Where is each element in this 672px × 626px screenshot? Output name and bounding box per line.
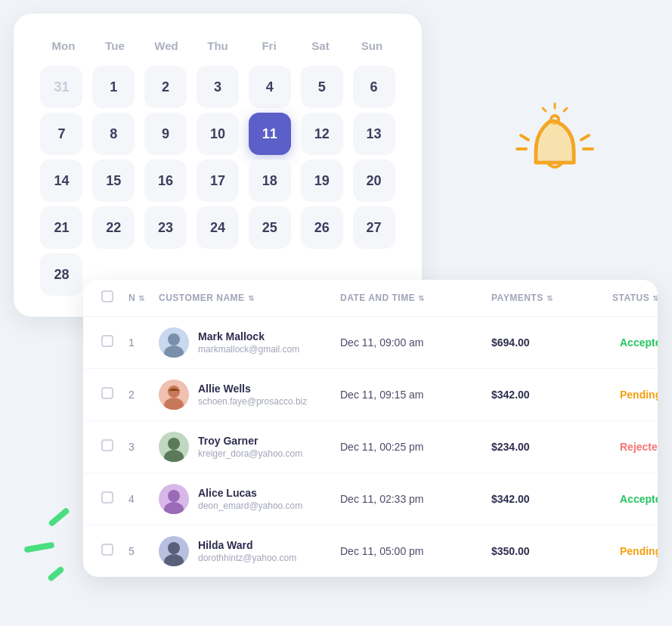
status-badge: Rejected xyxy=(612,438,658,456)
avatar xyxy=(159,327,189,358)
cal-day[interactable]: 15 xyxy=(92,160,135,202)
cal-day[interactable]: 13 xyxy=(353,113,395,155)
cal-day[interactable]: 26 xyxy=(301,206,343,249)
th-customer-name: CUSTOMER NAME ⇅ xyxy=(159,293,340,303)
datetime-cell: Dec 11, 00:25 pm xyxy=(340,441,491,453)
table-row: 5 Hilda Ward dorothhintz@yahoo.com Dec 1… xyxy=(83,525,658,577)
cal-day[interactable]: 19 xyxy=(301,160,343,202)
bell-icon xyxy=(509,102,600,193)
row-num: 2 xyxy=(129,389,159,401)
cal-day[interactable]: 21 xyxy=(40,206,82,249)
table-row: 4 Alice Lucas deon_emard@yahoo.com Dec 1… xyxy=(83,473,658,525)
customer-email: kreiger_dora@yahoo.com xyxy=(198,448,302,459)
customer-name: Allie Wells xyxy=(198,383,307,395)
customer-info: Allie Wells schoen.faye@prosacco.biz xyxy=(198,383,307,407)
cal-day[interactable]: 16 xyxy=(144,160,187,202)
cal-day[interactable]: 9 xyxy=(144,113,187,155)
customer-email: deon_emard@yahoo.com xyxy=(198,500,302,511)
th-num-label: N xyxy=(129,293,135,303)
customer-name: Alice Lucas xyxy=(198,487,302,499)
cal-day[interactable]: 20 xyxy=(353,160,395,202)
sort-icon-payments[interactable]: ⇅ xyxy=(547,294,553,302)
row-checkbox-5[interactable] xyxy=(101,544,113,556)
avatar xyxy=(159,380,189,410)
payment-cell: $342.00 xyxy=(491,389,612,401)
cal-day[interactable]: 25 xyxy=(249,206,291,249)
cal-day[interactable]: 2 xyxy=(144,66,187,108)
cal-day[interactable]: 5 xyxy=(301,66,343,108)
sort-icon-status[interactable]: ⇅ xyxy=(652,294,658,302)
table-row: 1 Mark Mallock markmallock@gmail.com Dec… xyxy=(83,317,658,369)
payment-cell: $342.00 xyxy=(491,493,612,505)
svg-point-21 xyxy=(168,542,180,554)
svg-point-15 xyxy=(168,438,180,450)
cal-day[interactable]: 17 xyxy=(197,160,239,202)
status-badge: Pending xyxy=(612,386,658,404)
svg-point-0 xyxy=(551,116,559,123)
th-payments: PAYMENTS ⇅ xyxy=(491,293,612,303)
svg-line-3 xyxy=(581,135,589,140)
sort-icon-num[interactable]: ⇅ xyxy=(138,294,145,302)
cal-day[interactable]: 12 xyxy=(301,113,343,155)
cal-day[interactable]: 1 xyxy=(92,66,135,108)
cal-day-active[interactable]: 11 xyxy=(249,113,291,155)
customer-info: Troy Garner kreiger_dora@yahoo.com xyxy=(198,435,302,459)
customer-cell: Troy Garner kreiger_dora@yahoo.com xyxy=(159,432,340,462)
sort-icon-customer[interactable]: ⇅ xyxy=(248,294,255,302)
day-label-wed: Wed xyxy=(141,35,192,57)
row-num: 5 xyxy=(129,545,159,557)
status-badge: Accepted xyxy=(612,490,658,508)
cal-day[interactable]: 28 xyxy=(40,253,82,296)
row-checkbox-cell xyxy=(101,491,129,507)
row-checkbox-1[interactable] xyxy=(101,335,113,347)
customer-email: schoen.faye@prosacco.biz xyxy=(198,396,307,407)
decorative-dash-3 xyxy=(47,566,65,582)
th-checkbox xyxy=(101,290,129,305)
svg-line-7 xyxy=(543,108,546,111)
cal-day[interactable]: 7 xyxy=(40,113,82,155)
cal-day[interactable]: 18 xyxy=(249,160,291,202)
cal-day[interactable]: 31 xyxy=(40,66,82,108)
svg-line-1 xyxy=(521,135,528,140)
datetime-cell: Dec 11, 02:33 pm xyxy=(340,493,491,505)
row-checkbox-2[interactable] xyxy=(101,387,113,399)
customer-name: Hilda Ward xyxy=(198,539,296,551)
main-scene: Mon Tue Wed Thu Fri Sat Sun 31 1 2 3 4 5… xyxy=(0,0,672,626)
cal-day[interactable]: 3 xyxy=(197,66,239,108)
cal-day[interactable]: 27 xyxy=(353,206,395,249)
day-label-mon: Mon xyxy=(38,35,89,57)
cal-day[interactable]: 22 xyxy=(92,206,135,249)
calendar-day-labels: Mon Tue Wed Thu Fri Sat Sun xyxy=(38,35,398,57)
row-checkbox-3[interactable] xyxy=(101,439,113,451)
cal-day[interactable]: 23 xyxy=(144,206,187,249)
row-checkbox-4[interactable] xyxy=(101,491,113,504)
row-checkbox-cell xyxy=(101,387,129,402)
cal-day[interactable]: 6 xyxy=(353,66,395,108)
decorative-dash-2 xyxy=(24,542,55,553)
cal-day[interactable]: 24 xyxy=(197,206,239,249)
status-badge: Pending xyxy=(612,542,658,560)
cal-day[interactable]: 14 xyxy=(40,160,82,202)
table-row: 3 Troy Garner kreiger_dora@yahoo.com Dec… xyxy=(83,421,658,473)
row-checkbox-cell xyxy=(101,544,129,559)
payment-cell: $350.00 xyxy=(491,545,612,557)
decorative-dash-1 xyxy=(48,507,70,528)
calendar-card: Mon Tue Wed Thu Fri Sat Sun 31 1 2 3 4 5… xyxy=(14,14,422,317)
customer-cell: Alice Lucas deon_emard@yahoo.com xyxy=(159,484,340,514)
row-checkbox-cell xyxy=(101,439,129,454)
datetime-cell: Dec 11, 09:00 am xyxy=(340,336,491,349)
customer-email: dorothhintz@yahoo.com xyxy=(198,553,296,563)
customer-name: Troy Garner xyxy=(198,435,302,447)
sort-icon-datetime[interactable]: ⇅ xyxy=(418,294,425,302)
cal-day[interactable]: 4 xyxy=(249,66,291,108)
datetime-cell: Dec 11, 09:15 am xyxy=(340,389,491,401)
th-status: STATUS ⇅ xyxy=(612,293,658,303)
avatar xyxy=(159,484,189,514)
status-badge: Accepted xyxy=(612,333,658,352)
cal-day[interactable]: 10 xyxy=(197,113,239,155)
cal-day[interactable]: 8 xyxy=(92,113,135,155)
avatar xyxy=(159,432,189,462)
select-all-checkbox[interactable] xyxy=(101,290,113,302)
th-status-label: STATUS xyxy=(612,293,649,303)
row-num: 3 xyxy=(129,441,159,453)
